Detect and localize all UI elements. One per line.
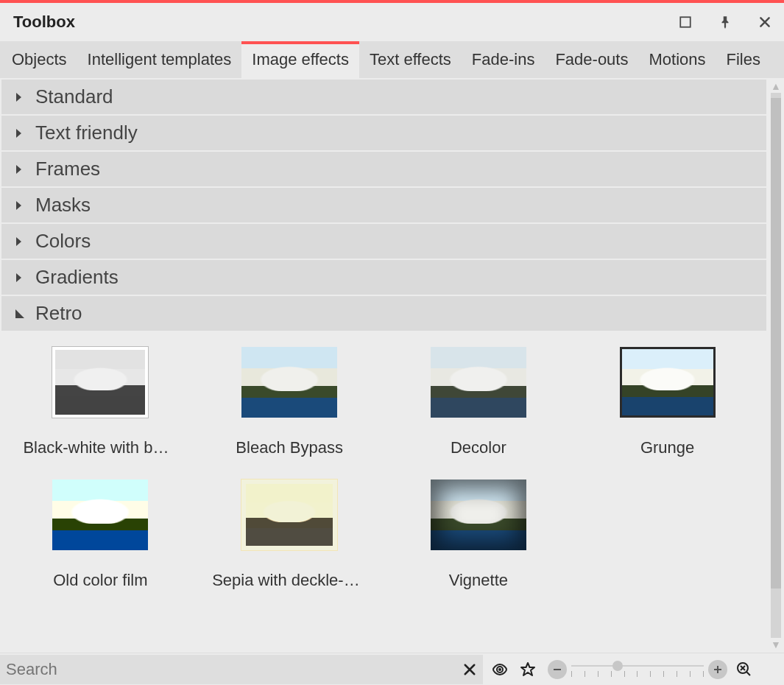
svg-rect-4 <box>717 666 718 673</box>
zoom-slider-thumb[interactable] <box>612 661 623 671</box>
effect-label: Old color film <box>53 571 147 590</box>
titlebar: Toolbox <box>0 3 784 41</box>
favorite-button[interactable] <box>517 658 539 681</box>
tab-label: Motions <box>649 50 705 69</box>
search-input[interactable] <box>0 660 456 679</box>
svg-rect-0 <box>680 17 691 27</box>
pin-button[interactable] <box>718 15 732 29</box>
tab-text-effects[interactable]: Text effects <box>359 41 462 78</box>
category-label: Colors <box>35 230 91 253</box>
zoom-reset-button[interactable] <box>733 658 755 681</box>
chevron-right-icon <box>15 272 25 284</box>
category-label: Standard <box>35 85 113 108</box>
scroll-track[interactable] <box>771 93 781 638</box>
tab-label: Image effects <box>252 50 349 69</box>
chevron-right-icon <box>15 164 25 175</box>
tab-motions[interactable]: Motions <box>638 41 716 78</box>
chevron-right-icon <box>15 127 25 139</box>
maximize-button[interactable] <box>678 15 693 29</box>
tab-fade-ins[interactable]: Fade-ins <box>462 41 545 78</box>
category-standard[interactable]: Standard <box>1 80 766 116</box>
category-label: Retro <box>35 302 82 325</box>
tab-objects[interactable]: Objects <box>1 41 77 78</box>
category-label: Masks <box>35 194 91 217</box>
scroll-down-icon[interactable]: ▼ <box>771 639 781 650</box>
effect-thumbnail <box>52 480 148 550</box>
tab-label: Intelligent templates <box>88 50 232 69</box>
category-label: Text friendly <box>35 122 138 144</box>
svg-rect-2 <box>554 669 561 670</box>
effects-grid: Black-white with bor... Bleach Bypass De… <box>1 332 766 597</box>
effect-thumbnail <box>620 347 716 418</box>
tab-files[interactable]: Files <box>716 41 771 78</box>
category-retro[interactable]: Retro <box>1 296 766 332</box>
tab-label: Fade-ins <box>472 50 535 69</box>
scroll-up-icon[interactable]: ▲ <box>771 81 781 91</box>
effect-sepia-deckle[interactable]: Sepia with deckle-ed... <box>195 480 384 590</box>
category-label: Frames <box>35 158 100 180</box>
effect-black-white-border[interactable]: Black-white with bor... <box>6 347 195 457</box>
tab-image-effects[interactable]: Image effects <box>241 41 359 78</box>
category-frames[interactable]: Frames <box>1 152 766 188</box>
effect-label: Black-white with bor... <box>23 438 177 457</box>
scroll-thumb[interactable] <box>771 98 781 589</box>
preview-button[interactable] <box>489 658 511 681</box>
zoom-slider[interactable] <box>571 661 704 678</box>
effect-thumbnail <box>431 480 526 550</box>
chevron-right-icon <box>15 91 25 103</box>
content-area: Standard Text friendly Frames Masks Colo… <box>0 78 768 653</box>
category-text-friendly[interactable]: Text friendly <box>1 116 766 152</box>
tab-label: Files <box>727 50 760 69</box>
search-wrap <box>0 655 483 684</box>
category-label: Gradients <box>35 266 119 289</box>
tab-fade-outs[interactable]: Fade-outs <box>545 41 638 78</box>
effect-label: Decolor <box>451 438 506 457</box>
chevron-right-icon <box>15 200 25 211</box>
tab-intelligent-templates[interactable]: Intelligent templates <box>77 41 242 78</box>
effect-thumbnail <box>431 347 526 418</box>
category-gradients[interactable]: Gradients <box>1 260 766 296</box>
svg-point-1 <box>498 668 501 671</box>
footer-bar <box>0 653 784 685</box>
effect-decolor[interactable]: Decolor <box>384 347 573 457</box>
effect-thumbnail <box>241 480 337 550</box>
close-button[interactable] <box>757 15 772 29</box>
tab-label: Text effects <box>370 50 451 69</box>
tabs-bar: Objects Intelligent templates Image effe… <box>0 41 784 78</box>
zoom-controls <box>548 660 727 679</box>
chevron-down-icon <box>15 309 25 319</box>
effect-thumbnail <box>241 347 337 418</box>
category-colors[interactable]: Colors <box>1 224 766 260</box>
chevron-right-icon <box>15 236 25 247</box>
tab-label: Fade-outs <box>555 50 628 69</box>
clear-search-button[interactable] <box>456 662 483 677</box>
category-masks[interactable]: Masks <box>1 188 766 224</box>
effect-thumbnail <box>52 347 148 418</box>
effect-vignette[interactable]: Vignette <box>384 480 573 590</box>
window-title: Toolbox <box>13 13 75 32</box>
zoom-in-button[interactable] <box>708 660 727 679</box>
zoom-out-button[interactable] <box>548 660 567 679</box>
effect-grunge[interactable]: Grunge <box>573 347 762 457</box>
effect-old-color-film[interactable]: Old color film <box>6 480 195 590</box>
effect-bleach-bypass[interactable]: Bleach Bypass <box>195 347 384 457</box>
tab-label: Objects <box>12 50 67 69</box>
vertical-scrollbar[interactable]: ▲ ▼ <box>768 78 784 653</box>
effect-label: Sepia with deckle-ed... <box>212 571 367 590</box>
effect-label: Grunge <box>640 438 694 457</box>
effect-label: Bleach Bypass <box>236 438 343 457</box>
effect-label: Vignette <box>449 571 508 590</box>
